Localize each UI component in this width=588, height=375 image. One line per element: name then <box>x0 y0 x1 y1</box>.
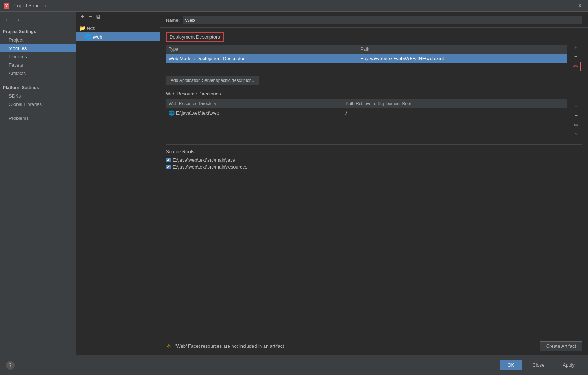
sidebar-item-modules[interactable]: Modules <box>0 44 76 52</box>
wrd-actions-col: + − ✏ ? <box>570 91 582 140</box>
wrd-help-icon[interactable]: ? <box>573 130 579 140</box>
dd-remove-button[interactable]: − <box>572 52 580 61</box>
add-module-button[interactable]: + <box>79 13 85 20</box>
close-dialog-button[interactable]: Close <box>525 360 552 370</box>
content-area: Name: Deployment Descriptors Type <box>160 12 588 355</box>
source-root-item-0: E:\java\web\text\src\main\java <box>166 157 582 163</box>
warning-icon: ⚠ <box>166 342 172 350</box>
deployment-descriptors-table-wrapper: Type Path Web Module Deployment Descript… <box>166 45 567 66</box>
sidebar-item-artifacts[interactable]: Artifacts <box>0 69 76 78</box>
source-root-text-0: E:\java\web\text\src\main\java <box>173 157 235 163</box>
web-resource-directories-header: Web Resource Directories <box>166 91 567 96</box>
dd-edit-button[interactable]: ✏ <box>571 62 581 71</box>
create-artifact-button[interactable]: Create Artifact <box>540 341 582 351</box>
app-icon: V <box>4 3 9 9</box>
dd-add-button[interactable]: + <box>572 43 580 52</box>
table-row[interactable]: Web Module Deployment Descriptor E:\java… <box>166 54 567 63</box>
platform-settings-label: Platform Settings <box>0 83 76 92</box>
warning-text: 'Web' Facet resources are not included i… <box>175 343 536 349</box>
sidebar-divider <box>0 80 76 80</box>
title-text: Project Structure <box>12 3 48 8</box>
source-roots-header: Source Roots <box>166 149 582 154</box>
name-input[interactable] <box>183 16 582 24</box>
module-tree: 📁 text 🌐 Web <box>76 22 160 43</box>
sidebar-item-libraries[interactable]: Libraries <box>0 52 76 61</box>
web-dir-icon: 🌐 <box>169 110 176 116</box>
title-bar: V Project Structure ✕ <box>0 0 588 12</box>
copy-module-button[interactable]: ⧉ <box>95 13 102 20</box>
deployment-descriptors-table: Type Path Web Module Deployment Descript… <box>166 45 567 63</box>
wrd-edit-button[interactable]: ✏ <box>572 121 581 130</box>
module-toolbar: + − ⧉ <box>76 12 160 22</box>
close-button[interactable]: ✕ <box>575 1 584 10</box>
wrd-add-button[interactable]: + <box>572 102 580 111</box>
ok-button[interactable]: OK <box>500 360 522 370</box>
folder-icon: 📁 <box>79 25 85 31</box>
warning-bar: ⚠ 'Web' Facet resources are not included… <box>160 337 588 355</box>
help-button[interactable]: ? <box>6 361 15 370</box>
title-bar-left: V Project Structure <box>4 3 48 9</box>
project-settings-label: Project Settings <box>0 27 76 36</box>
dd-col-path: Path <box>357 45 567 54</box>
apply-button[interactable]: Apply <box>555 360 582 370</box>
wrd-row-directory: 🌐 E:\java\web\text\web <box>166 108 343 118</box>
sidebar-item-problems[interactable]: Problems <box>0 113 76 122</box>
sidebar-nav-buttons: ← → <box>0 15 76 27</box>
add-descriptor-button[interactable]: Add Application Server specific descript… <box>166 76 259 85</box>
dd-row-type: Web Module Deployment Descriptor <box>166 54 357 63</box>
web-resource-directories-table: Web Resource Directory Path Relative to … <box>166 99 567 118</box>
sidebar: ← → Project Settings Project Modules Lib… <box>0 12 76 355</box>
tree-item-web[interactable]: 🌐 Web <box>76 32 160 41</box>
sidebar-item-project[interactable]: Project <box>0 36 76 44</box>
source-root-item-1: E:\java\web\text\src\main\resources <box>166 164 582 170</box>
dd-row-path: E:\java\web\text\web\WEB-INF\web.xml <box>357 54 567 63</box>
deployment-descriptors-table-container: Type Path Web Module Deployment Descript… <box>166 45 567 66</box>
sidebar-item-facets[interactable]: Facets <box>0 61 76 69</box>
dd-actions-col: + − ✏ <box>569 32 582 71</box>
sidebar-item-sdks[interactable]: SDKs <box>0 92 76 100</box>
remove-module-button[interactable]: − <box>87 13 93 20</box>
nav-back-button[interactable]: ← <box>3 16 12 24</box>
module-panel: + − ⧉ 📁 text 🌐 Web <box>76 12 160 355</box>
source-root-checkbox-1[interactable] <box>166 165 171 169</box>
sidebar-divider-2 <box>0 111 76 111</box>
name-row: Name: <box>160 12 588 28</box>
source-root-checkbox-0[interactable] <box>166 158 171 162</box>
web-module-icon: 🌐 <box>85 34 91 40</box>
name-label: Name: <box>166 17 180 23</box>
wrd-col-path: Path Relative to Deployment Root <box>343 99 567 108</box>
dd-col-type: Type <box>166 45 357 54</box>
deployment-descriptors-header: Deployment Descriptors <box>166 32 224 42</box>
separator-line <box>166 144 582 145</box>
bottom-bar: ? OK Close Apply <box>0 355 588 375</box>
main-container: ← → Project Settings Project Modules Lib… <box>0 12 588 355</box>
source-root-text-1: E:\java\web\text\src\main\resources <box>173 164 247 170</box>
wrd-col-directory: Web Resource Directory <box>166 99 343 108</box>
wrd-remove-button[interactable]: − <box>572 111 580 120</box>
content-scroll: Deployment Descriptors Type Path <box>160 28 588 337</box>
table-row[interactable]: 🌐 E:\java\web\text\web / <box>166 108 567 118</box>
wrd-row-path: / <box>343 108 567 118</box>
tree-folder-text[interactable]: 📁 text <box>76 24 160 32</box>
nav-forward-button[interactable]: → <box>13 16 22 24</box>
sidebar-item-global-libraries[interactable]: Global Libraries <box>0 100 76 108</box>
